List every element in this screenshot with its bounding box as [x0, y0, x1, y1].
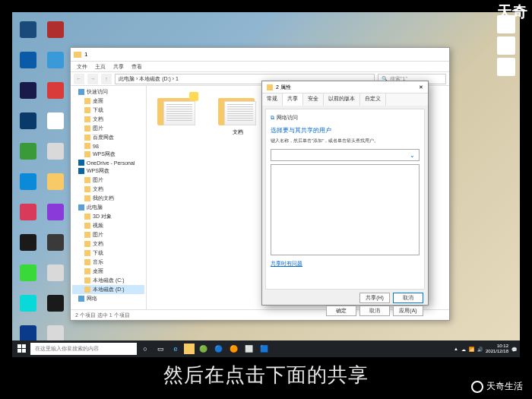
cancel-top-button[interactable]: 取消: [393, 293, 423, 303]
folder-item[interactable]: [154, 93, 200, 127]
cancel-button[interactable]: 取消: [359, 306, 390, 316]
desktop-icon[interactable]: [43, 258, 68, 287]
desktop-icon[interactable]: [43, 15, 68, 44]
system-tray[interactable]: ▲ ☁ 📶 🔊 10:12 2021/12/18 💬: [454, 344, 517, 353]
tree-item[interactable]: 文档: [72, 185, 144, 194]
ok-button[interactable]: 确定: [326, 306, 356, 316]
ribbon-tab-home[interactable]: 主页: [95, 63, 106, 71]
taskbar-search[interactable]: 在这里输入你要搜索的内容: [30, 343, 137, 355]
taskbar-app-icon[interactable]: [184, 344, 195, 354]
desktop-icon[interactable]: [15, 106, 41, 135]
tree-item[interactable]: 98: [72, 142, 144, 150]
tree-item[interactable]: 视频: [72, 221, 144, 230]
desktop-file-icon[interactable]: [497, 58, 515, 76]
tree-item[interactable]: WPS网盘: [72, 150, 144, 159]
wifi-icon[interactable]: 📶: [469, 347, 474, 352]
dialog-body: ⧉ 网络访问 选择要与其共享的用户 键入名称，然后单击"添加"，或者单击箭头查找…: [265, 109, 425, 290]
tab-security[interactable]: 安全: [303, 93, 324, 106]
tray-icon[interactable]: ▲: [454, 347, 458, 351]
desktop-icon[interactable]: [43, 46, 68, 74]
volume-icon[interactable]: 🔊: [477, 347, 483, 352]
apply-button[interactable]: 应用(A): [393, 306, 423, 316]
tree-network[interactable]: 网络: [72, 294, 144, 303]
desktop-icon[interactable]: [15, 46, 41, 74]
taskbar-app-icon[interactable]: 🟢: [196, 342, 210, 356]
tree-wps[interactable]: WPS网盘: [72, 166, 144, 176]
tree-item[interactable]: 百度网盘: [72, 133, 144, 142]
desktop-icon[interactable]: [15, 258, 41, 287]
user-listbox[interactable]: [271, 164, 420, 255]
desktop-icon[interactable]: [15, 76, 41, 105]
cortana-icon[interactable]: ○: [138, 342, 152, 356]
desktop-icon[interactable]: [43, 76, 68, 105]
explorer-ribbon: 文件 主页 共享 查看: [71, 62, 449, 72]
tree-onedrive[interactable]: OneDrive - Personal: [72, 159, 144, 166]
desktop-icon[interactable]: [15, 167, 41, 196]
explorer-titlebar[interactable]: 1: [71, 48, 449, 62]
notification-icon[interactable]: 💬: [511, 347, 517, 352]
svg-rect-2: [17, 349, 21, 353]
tree-quick-access[interactable]: 快速访问: [72, 87, 144, 97]
desktop-icon[interactable]: [43, 106, 68, 135]
close-icon[interactable]: ✕: [419, 84, 423, 90]
tree-item[interactable]: 3D 对象: [72, 212, 144, 221]
tree-item[interactable]: 下载: [72, 249, 144, 258]
taskbar-app-icon[interactable]: 🔵: [211, 342, 225, 356]
desktop-icon[interactable]: [43, 137, 68, 166]
desktop-icon[interactable]: [15, 137, 41, 166]
tray-icon[interactable]: ☁: [461, 347, 466, 352]
video-caption: 然后在点击下面的共享: [0, 362, 532, 388]
tree-item[interactable]: 本地磁盘 (D:): [72, 285, 144, 294]
nav-up-button[interactable]: ↑: [101, 74, 112, 84]
ribbon-tab-view[interactable]: 查看: [131, 63, 142, 71]
tab-sharing[interactable]: 共享: [283, 93, 303, 106]
tree-item[interactable]: 文档: [72, 115, 144, 124]
tree-this-pc[interactable]: 此电脑: [72, 203, 144, 212]
tree-item[interactable]: 桌面: [72, 267, 144, 276]
explorer-tree[interactable]: 快速访问 桌面下载文档图片百度网盘98WPS网盘 OneDrive - Pers…: [71, 86, 147, 309]
tab-general[interactable]: 常规: [262, 93, 283, 106]
taskbar-app-icon[interactable]: 🟠: [226, 342, 240, 356]
explorer-title: 1: [84, 51, 87, 58]
share-button[interactable]: 共享(H): [359, 293, 390, 303]
task-view-icon[interactable]: ▭: [154, 342, 167, 356]
desktop-icon[interactable]: [43, 198, 68, 226]
taskbar-app-icon[interactable]: ⬜: [242, 342, 255, 356]
desktop-icon[interactable]: [15, 15, 41, 44]
ribbon-tab-file[interactable]: 文件: [77, 63, 87, 71]
tree-item[interactable]: 图片: [72, 230, 144, 239]
user-combobox[interactable]: ⌄: [271, 149, 420, 161]
nav-back-button[interactable]: ←: [74, 74, 84, 84]
tree-item[interactable]: 文档: [72, 239, 144, 249]
tree-item[interactable]: 我的文档: [72, 194, 144, 203]
desktop-file-icon[interactable]: [497, 36, 515, 55]
start-button[interactable]: [15, 342, 29, 356]
tree-item[interactable]: 下载: [72, 106, 144, 115]
folder-item-selected[interactable]: 文档: [215, 93, 261, 136]
desktop-icon[interactable]: [43, 167, 68, 196]
desktop-icons: [15, 15, 68, 357]
dialog-titlebar[interactable]: 2 属性 ✕: [262, 81, 428, 93]
taskbar-app-icon[interactable]: 🟦: [257, 342, 271, 356]
share-headline: 选择要与其共享的用户: [271, 126, 420, 135]
watermark-bottom: 天奇生活: [471, 380, 523, 393]
tree-item[interactable]: 桌面: [72, 97, 144, 106]
desktop-icon[interactable]: [15, 228, 41, 257]
desktop-icon[interactable]: [43, 289, 68, 318]
desktop-icon[interactable]: [15, 198, 41, 226]
tree-item[interactable]: 图片: [72, 124, 144, 133]
tab-custom[interactable]: 自定义: [360, 93, 386, 106]
share-troubleshoot-link[interactable]: 共享时有问题: [271, 260, 420, 268]
taskbar-app-icon[interactable]: e: [169, 342, 182, 356]
desktop-icon[interactable]: [15, 289, 41, 318]
tree-item[interactable]: 音乐: [72, 258, 144, 267]
desktop-icon[interactable]: [43, 228, 68, 257]
ribbon-tab-share[interactable]: 共享: [113, 63, 124, 71]
nav-forward-button[interactable]: →: [87, 74, 98, 84]
tree-item[interactable]: 本地磁盘 (C:): [72, 276, 144, 285]
chevron-down-icon[interactable]: ⌄: [408, 151, 416, 159]
taskbar-clock[interactable]: 10:12 2021/12/18: [486, 344, 508, 353]
folder-label: 文档: [233, 128, 243, 136]
tab-previous[interactable]: 以前的版本: [324, 93, 360, 106]
tree-item[interactable]: 图片: [72, 176, 144, 185]
